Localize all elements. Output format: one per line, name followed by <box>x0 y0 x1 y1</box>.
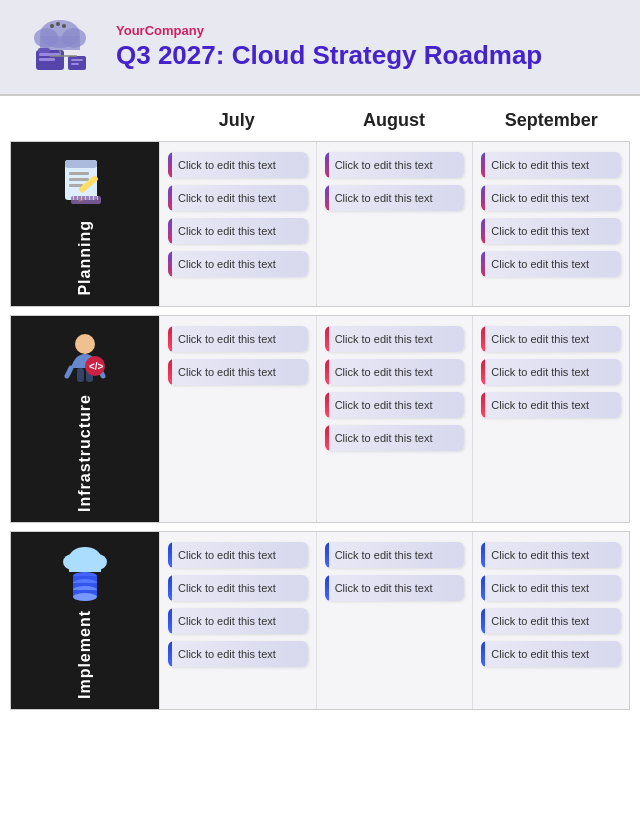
implement-august-item-2[interactable]: Click to edit this text <box>325 575 465 601</box>
implement-september-item-3[interactable]: Click to edit this text <box>481 608 621 634</box>
planning-september-item-1[interactable]: Click to edit this text <box>481 152 621 178</box>
roadmap-title: Q3 2027: Cloud Strategy Roadmap <box>116 40 542 71</box>
infrastructure-september-item-3[interactable]: Click to edit this text <box>481 392 621 418</box>
header: YourCompany Q3 2027: Cloud Strategy Road… <box>0 0 640 96</box>
svg-point-47 <box>73 593 97 601</box>
planning-august-cell: Click to edit this text Click to edit th… <box>316 142 473 306</box>
svg-rect-10 <box>39 58 55 61</box>
svg-rect-30 <box>93 196 94 200</box>
planning-july-cell: Click to edit this text Click to edit th… <box>159 142 316 306</box>
svg-rect-8 <box>38 48 50 53</box>
svg-rect-31 <box>97 196 98 200</box>
implement-september-cell: Click to edit this text Click to edit th… <box>472 532 629 709</box>
implement-july-item-2[interactable]: Click to edit this text <box>168 575 308 601</box>
svg-rect-33 <box>77 368 84 382</box>
planning-august-item-2[interactable]: Click to edit this text <box>325 185 465 211</box>
implement-label: Implement <box>76 610 94 699</box>
planning-july-item-1[interactable]: Click to edit this text <box>168 152 308 178</box>
planning-july-item-3[interactable]: Click to edit this text <box>168 218 308 244</box>
implement-july-item-4[interactable]: Click to edit this text <box>168 641 308 667</box>
svg-rect-13 <box>71 63 79 65</box>
infrastructure-september-item-2[interactable]: Click to edit this text <box>481 359 621 385</box>
row-infrastructure: </> Infrastructure Click to edit this te… <box>10 315 630 523</box>
svg-rect-28 <box>85 196 86 200</box>
infrastructure-july-item-1[interactable]: Click to edit this text <box>168 326 308 352</box>
planning-label: Planning <box>76 220 94 296</box>
planning-july-item-4[interactable]: Click to edit this text <box>168 251 308 277</box>
planning-august-item-1[interactable]: Click to edit this text <box>325 152 465 178</box>
infrastructure-september-cell: Click to edit this text Click to edit th… <box>472 316 629 522</box>
svg-point-5 <box>56 22 60 26</box>
svg-rect-29 <box>89 196 90 200</box>
svg-rect-26 <box>77 196 78 200</box>
implement-august-cell: Click to edit this text Click to edit th… <box>316 532 473 709</box>
svg-rect-3 <box>40 36 80 50</box>
infrastructure-july-cell: Click to edit this text Click to edit th… <box>159 316 316 522</box>
svg-rect-12 <box>71 59 83 61</box>
implement-september-item-4[interactable]: Click to edit this text <box>481 641 621 667</box>
svg-rect-20 <box>69 178 89 181</box>
col-header-august: August <box>315 106 472 135</box>
svg-point-32 <box>75 334 95 354</box>
row-label-infrastructure: </> Infrastructure <box>11 316 159 522</box>
implement-september-item-2[interactable]: Click to edit this text <box>481 575 621 601</box>
svg-rect-40 <box>69 560 101 572</box>
row-implement: Implement Click to edit this text Click … <box>10 531 630 710</box>
infrastructure-august-cell: Click to edit this text Click to edit th… <box>316 316 473 522</box>
infrastructure-august-item-3[interactable]: Click to edit this text <box>325 392 465 418</box>
infrastructure-september-item-1[interactable]: Click to edit this text <box>481 326 621 352</box>
infrastructure-august-item-1[interactable]: Click to edit this text <box>325 326 465 352</box>
svg-rect-18 <box>65 160 97 168</box>
planning-september-item-3[interactable]: Click to edit this text <box>481 218 621 244</box>
col-header-september: September <box>473 106 630 135</box>
planning-september-item-2[interactable]: Click to edit this text <box>481 185 621 211</box>
column-headers: July August September <box>10 106 630 135</box>
svg-point-4 <box>50 24 54 28</box>
roadmap-container: July August September <box>0 96 640 728</box>
col-header-empty <box>10 106 158 135</box>
planning-september-item-4[interactable]: Click to edit this text <box>481 251 621 277</box>
svg-rect-19 <box>69 172 89 175</box>
implement-icon <box>55 542 115 602</box>
row-label-planning: Planning <box>11 142 159 306</box>
planning-icon <box>55 152 115 212</box>
svg-rect-27 <box>81 196 82 200</box>
implement-july-cell: Click to edit this text Click to edit th… <box>159 532 316 709</box>
company-logo-icon <box>20 12 100 82</box>
planning-september-cell: Click to edit this text Click to edit th… <box>472 142 629 306</box>
implement-july-item-3[interactable]: Click to edit this text <box>168 608 308 634</box>
infrastructure-august-item-2[interactable]: Click to edit this text <box>325 359 465 385</box>
infrastructure-label: Infrastructure <box>76 394 94 512</box>
infrastructure-august-item-4[interactable]: Click to edit this text <box>325 425 465 451</box>
planning-july-item-2[interactable]: Click to edit this text <box>168 185 308 211</box>
row-planning: Planning Click to edit this text Click t… <box>10 141 630 307</box>
svg-point-6 <box>62 24 66 28</box>
header-text-block: YourCompany Q3 2027: Cloud Strategy Road… <box>116 23 542 71</box>
implement-august-item-1[interactable]: Click to edit this text <box>325 542 465 568</box>
col-header-july: July <box>158 106 315 135</box>
infrastructure-icon: </> <box>55 326 115 386</box>
implement-july-item-1[interactable]: Click to edit this text <box>168 542 308 568</box>
svg-rect-25 <box>73 196 74 200</box>
infrastructure-july-item-2[interactable]: Click to edit this text <box>168 359 308 385</box>
svg-text:</>: </> <box>89 361 104 372</box>
company-name: YourCompany <box>116 23 542 38</box>
row-label-implement: Implement <box>11 532 159 709</box>
implement-september-item-1[interactable]: Click to edit this text <box>481 542 621 568</box>
svg-rect-21 <box>69 184 83 187</box>
